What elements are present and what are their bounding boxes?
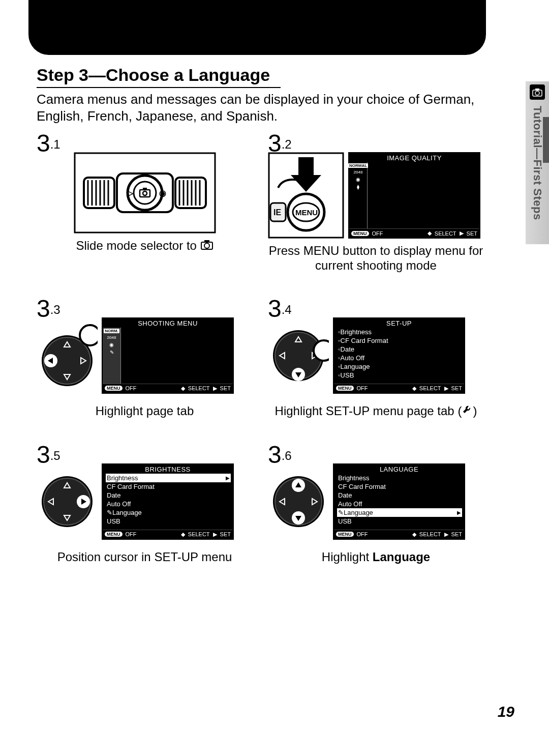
multi-selector-up-down [268,463,329,540]
svg-text:▷: ▷ [127,189,134,197]
page-number: 19 [498,703,514,720]
step-caption: Press MENU button to display menu for cu… [268,244,484,273]
list-item: ✎Language▶ [337,508,462,517]
lcd-footer: MENUOFF ◆SELECT ▶SET [334,384,464,393]
step-subnumber: .6 [282,448,292,462]
section-tab-label: Tutorial—First Steps [531,106,544,220]
camera-setup-icon [530,84,545,100]
step-heading: Step 3—Choose a Language [37,65,281,88]
section-tab: Tutorial—First Steps [526,81,549,244]
list-item: ◦Brightness [337,328,462,336]
step-subnumber: .1 [50,137,60,151]
lcd-menu-list: Brightness CF Card Format Date Auto Off … [337,474,462,529]
lcd-title: SET-UP [334,318,464,328]
lcd-title: SHOOTING MENU [103,318,233,328]
step-3-1: 3.1 [37,129,253,273]
lcd-menu-list: ◦Brightness ◦CF Card Format ◦Date ◦Auto … [337,328,462,383]
list-item: Auto Off [337,500,462,508]
lcd-setup: SET-UP ◦Brightness ◦CF Card Format ◦Date… [333,317,465,394]
svg-text:◉: ◉ [159,189,166,197]
svg-point-50 [314,340,329,361]
step-3-6: 3.6 LANGUAGE Brightness CF Card F [268,441,484,565]
lcd-language: LANGUAGE Brightness CF Card Format Date … [333,463,465,540]
step-subnumber: .4 [282,302,292,316]
list-item: ◦CF Card Format [337,336,462,345]
multi-selector-down [268,317,329,394]
multi-selector-right [37,463,98,540]
list-item: Auto Off [106,500,231,508]
mode-selector-illustration: ▷ ◉ [74,152,216,234]
step-3-4: 3.4 SET-UP ◦Brightness ◦CF Card F [268,295,484,419]
step-caption: Position cursor in SET-UP menu [37,550,253,565]
list-item: ◦Language [337,362,462,371]
step-caption: Highlight Language [268,550,484,565]
list-item: Date [106,491,231,500]
step-caption: Highlight SET-UP menu page tab () [268,404,484,419]
wrench-icon [462,404,473,419]
svg-text:MENU: MENU [295,208,318,217]
lcd-footer: MENUOFF ◆SELECT ▶SET [103,384,233,393]
list-item: Brightness [337,474,462,482]
lcd-shooting-menu: SHOOTING MENU NORM. 2048 ◉ ✎ MENUOFF ◆SE… [102,317,234,394]
svg-rect-28 [204,240,209,243]
list-item: ◦Auto Off [337,354,462,362]
list-item: Brightness▶ [106,474,231,482]
svg-rect-2 [535,89,539,91]
list-item: CF Card Format [106,482,231,491]
list-item: CF Card Format [337,482,462,491]
step-caption: Slide mode selector to [37,239,253,254]
step-3-5: 3.5 BRIGHTNESS Brightness▶ CF Card Forma… [37,441,253,565]
step-subnumber: .3 [50,302,60,316]
camera-icon [200,239,214,254]
lcd-footer: MENUOFF ◆SELECT ▶SET [349,228,479,238]
list-item: Date [337,491,462,500]
list-item: USB [106,517,231,526]
list-item: ✎Language [106,508,231,517]
camera-icon: ◉ [109,342,114,347]
step-3-2: 3.2 IE MENU IMAGE QUALITY NORMAL 20 [268,129,484,273]
lcd-title: BRIGHTNESS [103,464,233,474]
step-subnumber: .2 [282,137,292,151]
lcd-brightness: BRIGHTNESS Brightness▶ CF Card Format Da… [102,463,234,540]
lcd-title: IMAGE QUALITY [349,153,479,163]
svg-point-1 [535,91,539,95]
lcd-sidebar: NORMAL 2048 ◉ ⧫ [349,162,368,228]
step-number: 3 [37,129,50,157]
lcd-title: LANGUAGE [334,464,464,474]
page-header-black [28,0,486,55]
lcd-menu-list: Brightness▶ CF Card Format Date Auto Off… [106,474,231,529]
wrench-icon: ✎ [110,350,114,355]
step-intro: Camera menus and messages can be display… [37,91,484,124]
lcd-footer: MENUOFF ◆SELECT ▶SET [103,530,233,539]
list-item: USB [337,517,462,526]
step-subnumber: .5 [50,448,60,462]
step-caption: Highlight page tab [37,404,253,419]
step-3-3: 3.3 SHOOTING MENU NORM. 2048 [37,295,253,419]
svg-text:IE: IE [273,208,281,217]
camera-icon: ◉ [356,177,360,182]
lcd-footer: MENUOFF ◆SELECT ▶SET [334,530,464,539]
exposure-icon: ⧫ [357,184,359,190]
menu-button-illustration: IE MENU [268,152,344,239]
multi-selector-left [37,317,98,394]
svg-point-42 [80,325,98,345]
lcd-image-quality: IMAGE QUALITY NORMAL 2048 ◉ ⧫ MENUOFF ◆S… [348,152,480,239]
svg-point-27 [204,243,209,248]
svg-rect-23 [143,188,147,190]
lcd-sidebar: NORM. 2048 ◉ ✎ [103,328,121,384]
list-item: ◦Date [337,345,462,354]
list-item: ◦USB [337,371,462,380]
